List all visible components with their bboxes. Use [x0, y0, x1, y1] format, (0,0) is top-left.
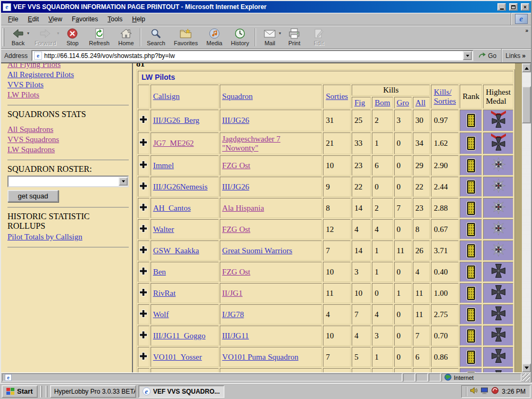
toolbar-button-home[interactable]: Home: [114, 26, 138, 48]
scroll-down-button[interactable]: [522, 363, 531, 372]
squadron-link[interactable]: III/JG26: [222, 182, 250, 191]
volume-icon[interactable]: [470, 387, 478, 396]
sidebar-link[interactable]: VVS Pilots: [7, 80, 44, 89]
dropdown-caret-icon[interactable]: ▾: [279, 31, 281, 36]
sorties-value: 11: [323, 283, 351, 303]
toolbar-button-history[interactable]: History: [227, 26, 253, 48]
menu-file[interactable]: File: [3, 14, 23, 24]
sidebar-link[interactable]: Pilot Totals by Callsign: [7, 232, 82, 241]
toolbar-button-mail[interactable]: ▾Mail: [257, 26, 282, 48]
pilot-callsign-link[interactable]: VO101_Yosser: [153, 353, 202, 361]
toolbar-button-media[interactable]: Media: [202, 26, 227, 48]
pilot-callsign-link[interactable]: GSW_Kaakka: [153, 246, 200, 255]
taskbar-grip[interactable]: [40, 386, 42, 397]
column-header-bom[interactable]: Bom: [375, 98, 390, 107]
table-title: LW Pilots: [138, 71, 513, 84]
squadron-link[interactable]: Jagdgeschwader 7"Nowonty": [222, 135, 281, 152]
resize-grip[interactable]: [522, 373, 530, 381]
all-kills-value: 7: [413, 326, 430, 346]
address-dropdown-button[interactable]: [463, 51, 472, 60]
get-squad-button[interactable]: get squad: [7, 190, 59, 202]
pilot-callsign-link[interactable]: III/JG26Nemesis: [153, 182, 207, 191]
toolbar-grip[interactable]: [3, 28, 4, 46]
menu-edit[interactable]: Edit: [23, 14, 44, 24]
pilot-callsign-link[interactable]: AH_Cantos: [153, 204, 191, 212]
toolbar-button-search[interactable]: Search: [143, 26, 170, 48]
dropdown-caret-icon[interactable]: ▾: [27, 31, 29, 36]
squadron-link[interactable]: FZG Ost: [222, 161, 251, 170]
squadron-link[interactable]: III/JG26: [222, 116, 250, 124]
squadron-link[interactable]: III/JG11: [222, 331, 249, 340]
task-button[interactable]: HyperLobby Pro 3.0.33 BETA: [50, 385, 136, 398]
squadron-link[interactable]: VO101 Puma Squadron: [222, 353, 298, 361]
column-header-fig[interactable]: Fig: [354, 98, 365, 107]
medal-cell: [483, 177, 513, 197]
close-button[interactable]: ×: [521, 3, 529, 11]
pilot-callsign-link[interactable]: Wolf: [153, 310, 169, 319]
sidebar-link[interactable]: LW Squadrons: [7, 145, 55, 154]
pilot-callsign-link[interactable]: III/JG11_Goggo: [153, 331, 206, 340]
all-kills-value: 11: [413, 283, 430, 303]
squadron-link[interactable]: Great Suomi Warriors: [222, 246, 293, 255]
column-header-callsign[interactable]: Callsign: [153, 92, 180, 101]
pilot-callsign-link[interactable]: RivRat: [153, 289, 176, 297]
toolbar-button-edit[interactable]: Edit: [306, 26, 331, 48]
pilot-callsign-link[interactable]: Immel: [153, 161, 174, 170]
toolbar-button-forward[interactable]: ▾Forward: [30, 26, 60, 48]
squadron-link[interactable]: I/JG78: [222, 310, 244, 319]
taskbar-grip[interactable]: [46, 386, 47, 397]
toolbar-button-back[interactable]: ▾Back: [6, 26, 30, 48]
go-button[interactable]: Go: [476, 51, 499, 61]
squadron-link[interactable]: FZG Ost: [222, 268, 251, 276]
sidebar-link[interactable]: All Registered Pilots: [7, 70, 74, 79]
display-settings-icon[interactable]: [480, 387, 488, 396]
squadron-roster-select[interactable]: [7, 176, 129, 187]
vertical-scrollbar[interactable]: [522, 63, 531, 372]
squadron-link[interactable]: FZG Ost: [222, 225, 251, 234]
address-input[interactable]: e http://66.114.65.249/vov/showstats.php…: [31, 50, 473, 61]
column-header-kills-sorties[interactable]: Kills/Sorties: [434, 88, 456, 105]
pilot-callsign-link[interactable]: Walter: [153, 225, 174, 234]
toolbar-button-refresh[interactable]: Refresh: [85, 26, 114, 48]
column-header-gro[interactable]: Gro: [397, 98, 409, 107]
pilot-callsign-link[interactable]: III/JG26_Berg: [153, 116, 200, 124]
scroll-up-button[interactable]: [522, 63, 531, 72]
select-dropdown-button[interactable]: [119, 177, 128, 186]
column-header-sorties[interactable]: Sorties: [326, 92, 348, 101]
maximize-button[interactable]: [509, 3, 518, 11]
pilot-callsign-link[interactable]: Ben: [153, 268, 166, 276]
toolbar-button-print[interactable]: Print: [282, 26, 306, 48]
sidebar-frame: All Flying PilotsAll Registered PilotsVV…: [1, 63, 132, 372]
start-button[interactable]: Start: [2, 385, 38, 398]
links-bar[interactable]: Links »: [501, 49, 529, 62]
menu-favorites[interactable]: Favorites: [67, 14, 103, 24]
sidebar-link[interactable]: VVS Squadrons: [7, 135, 59, 144]
squadron-cell: III/JG26: [220, 110, 322, 131]
toolbar-button-favorites[interactable]: Favorites: [170, 26, 202, 48]
minimize-button[interactable]: [497, 3, 506, 11]
gro-kills-value: 0: [394, 262, 412, 282]
column-header-squadron[interactable]: Squadron: [222, 92, 253, 101]
scrollbar-track[interactable]: [522, 72, 531, 363]
menu-tools[interactable]: Tools: [103, 14, 127, 24]
scrollbar-thumb[interactable]: [522, 86, 531, 123]
hyperlobby-tray-icon[interactable]: [491, 387, 499, 396]
taskbar-clock[interactable]: 3:26 PM: [502, 388, 526, 395]
menu-view[interactable]: View: [44, 14, 67, 24]
menu-help[interactable]: Help: [127, 14, 150, 24]
all-kills-value: 8: [413, 219, 430, 239]
column-header-all[interactable]: All: [415, 98, 426, 107]
title-bar[interactable]: e VEF VVS SQUADRON INFORMATION PAGE PRIN…: [1, 1, 531, 13]
squadron-link[interactable]: Ala Hispania: [222, 204, 264, 212]
sidebar-link[interactable]: All Flying Pilots: [7, 63, 61, 69]
toolbar-button-stop[interactable]: Stop: [60, 26, 85, 48]
sidebar-link[interactable]: LW Pilots: [7, 90, 39, 99]
pilot-callsign-link[interactable]: JG7_ME262: [153, 139, 194, 147]
dropdown-caret-icon[interactable]: ▾: [57, 31, 59, 36]
fig-kills-value: 10: [352, 283, 371, 303]
task-button[interactable]: eVEF VVS SQUADRO...: [138, 385, 225, 398]
address-url[interactable]: http://66.114.65.249/vov/showstats.php?b…: [44, 52, 461, 60]
toolbar-overflow-chevron[interactable]: »: [525, 26, 531, 48]
sidebar-link[interactable]: All Squadrons: [7, 125, 53, 134]
squadron-link[interactable]: II/JG1: [222, 289, 243, 297]
